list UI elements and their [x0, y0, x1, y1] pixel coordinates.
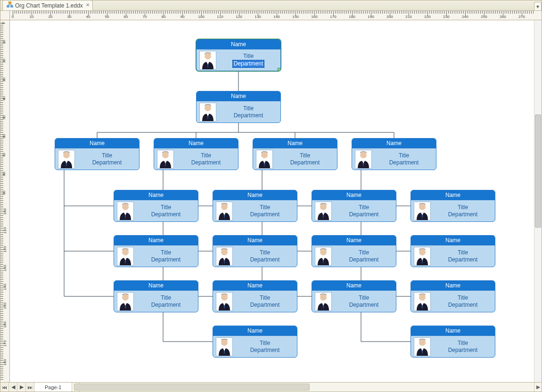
org-card-title: Title	[276, 152, 334, 159]
org-card-department: Department	[219, 112, 278, 119]
svg-point-39	[419, 204, 426, 210]
ruler-h-label: 50	[105, 15, 109, 19]
svg-point-27	[221, 249, 228, 255]
org-card-title: Title	[335, 204, 393, 211]
vertical-scrollbar[interactable]	[534, 20, 542, 382]
org-card[interactable]: NameTitleDepartment	[312, 235, 396, 267]
avatar-icon	[157, 150, 174, 169]
org-card-name: Name	[154, 139, 238, 148]
avatar-icon	[216, 202, 233, 220]
ruler-h-label: 100	[198, 15, 204, 19]
bottom-bar: ⏮ ◀ ▶ ⏭ Page-1 ◀ ▶	[0, 382, 542, 392]
org-chart-file-icon	[7, 1, 13, 9]
org-card-name: Name	[411, 281, 495, 291]
avatar-icon	[414, 292, 431, 311]
org-card-department[interactable]: Department	[232, 60, 265, 68]
ruler-corner-right	[534, 11, 542, 20]
org-card[interactable]: NameTitleDepartment	[114, 235, 198, 267]
vertical-scroll-thumb[interactable]	[535, 114, 541, 228]
last-page-button[interactable]: ⏭	[26, 383, 34, 392]
org-card[interactable]: NameTitleDepartment	[411, 190, 495, 222]
org-card[interactable]: NameTitleDepartment	[213, 326, 297, 358]
org-card-department: Department	[434, 211, 492, 218]
prev-page-button[interactable]: ◀	[9, 383, 17, 392]
org-card[interactable]: NameTitleDepartment	[154, 138, 238, 170]
org-card[interactable]: NameTitleDepartment	[213, 235, 297, 267]
avatar-icon	[414, 202, 431, 220]
org-card-title: Title	[177, 152, 235, 159]
org-card-name: Name	[213, 190, 297, 200]
ruler-h-label: 150	[292, 15, 298, 19]
org-card[interactable]: NameTitleDepartment	[253, 138, 337, 170]
org-card[interactable]: NameTitleDepartment	[312, 280, 396, 312]
org-card-department: Department	[276, 159, 334, 166]
avatar-icon	[58, 150, 75, 169]
svg-point-19	[122, 204, 129, 210]
ruler-v-label: 100	[3, 208, 7, 214]
svg-point-9	[205, 105, 211, 111]
org-card[interactable]: NameTitleDepartment	[411, 326, 495, 358]
ruler-h-label: 70	[143, 15, 147, 19]
org-card[interactable]: NameTitleDepartment	[114, 280, 198, 312]
org-card-title: Title	[434, 204, 492, 211]
svg-point-17	[360, 152, 367, 158]
org-card-name: Name	[114, 281, 198, 291]
svg-point-13	[162, 152, 169, 158]
document-tab[interactable]: Org Chart Template 1.eddx ✕	[2, 0, 93, 10]
org-card[interactable]: NameTitleDepartment	[213, 280, 297, 312]
ruler-h-label: 90	[181, 15, 185, 19]
first-page-button[interactable]: ⏮	[0, 383, 9, 392]
org-card-name: Name	[352, 139, 436, 148]
canvas[interactable]: NameTitleDepartmentNameTitleDepartmentNa…	[10, 20, 534, 382]
org-card-name: Name	[312, 236, 396, 245]
avatar-icon	[117, 292, 134, 311]
vertical-ruler: 0102030405060708090100110120130140150160…	[0, 20, 10, 382]
ruler-h-label: 60	[124, 15, 128, 19]
org-card-name: Name	[213, 236, 297, 245]
org-card-department: Department	[375, 159, 433, 166]
org-card[interactable]: NameTitleDepartment	[114, 190, 198, 222]
avatar-icon	[315, 247, 332, 266]
org-card[interactable]: NameTitleDepartment	[411, 235, 495, 267]
org-card-department: Department	[137, 256, 195, 263]
org-card[interactable]: NameTitleDepartment	[196, 39, 281, 71]
org-card-title: Title	[335, 249, 393, 256]
ruler-h-label: 10	[30, 15, 34, 19]
avatar-icon	[216, 337, 233, 356]
org-card-name: Name	[411, 190, 495, 200]
org-card-title: Title	[335, 294, 393, 302]
org-card[interactable]: NameTitleDepartment	[213, 190, 297, 222]
org-card[interactable]: NameTitleDepartment	[411, 280, 495, 312]
ruler-h-label: 270	[518, 15, 525, 19]
org-card-department: Department	[236, 211, 294, 218]
horizontal-ruler: 0102030405060708090100110120130140150160…	[10, 11, 534, 20]
horizontal-scroll-thumb[interactable]	[74, 384, 310, 391]
tab-overflow-button[interactable]: ▾	[534, 2, 542, 10]
resize-handle[interactable]	[278, 68, 281, 71]
org-card-name: Name	[114, 236, 198, 245]
org-card-name: Name	[213, 326, 297, 336]
page-tab[interactable]: Page-1	[34, 383, 72, 392]
svg-point-31	[221, 339, 228, 346]
avatar-icon	[315, 202, 332, 220]
org-card[interactable]: NameTitleDepartment	[196, 91, 281, 123]
svg-point-25	[221, 204, 228, 210]
horizontal-scrollbar[interactable]: ◀ ▶	[72, 383, 542, 392]
ruler-h-label: 200	[386, 15, 393, 19]
org-card[interactable]: NameTitleDepartment	[55, 138, 140, 170]
org-card[interactable]: NameTitleDepartment	[352, 138, 436, 170]
document-tab-strip: Org Chart Template 1.eddx ✕ ▾	[0, 0, 542, 11]
org-card-title: Title	[137, 204, 195, 211]
ruler-h-label: 120	[236, 15, 242, 19]
org-card[interactable]: NameTitleDepartment	[312, 190, 396, 222]
page-tab-label: Page-1	[45, 384, 61, 390]
svg-point-33	[320, 204, 327, 210]
org-card-title: Title	[236, 204, 294, 211]
avatar-icon	[199, 51, 216, 70]
ruler-h-label: 110	[217, 15, 223, 19]
close-tab-icon[interactable]: ✕	[85, 2, 90, 8]
org-card-department: Department	[335, 302, 393, 309]
next-page-button[interactable]: ▶	[17, 383, 26, 392]
scroll-right-arrow-icon[interactable]: ▶	[534, 383, 542, 392]
svg-point-23	[122, 294, 129, 301]
